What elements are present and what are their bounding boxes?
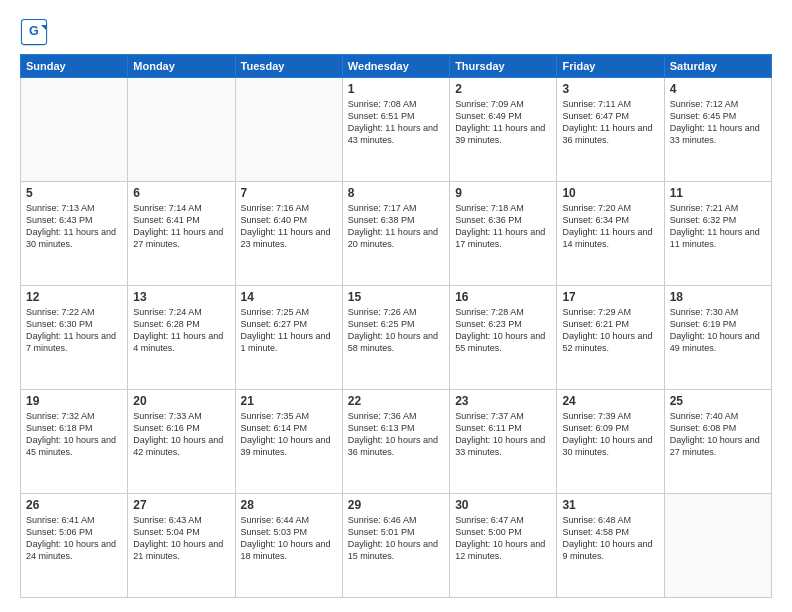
cell-info-line: Daylight: 10 hours and 58 minutes. [348, 330, 444, 354]
cell-info-line: Sunset: 6:47 PM [562, 110, 658, 122]
calendar-cell: 3Sunrise: 7:11 AMSunset: 6:47 PMDaylight… [557, 78, 664, 182]
calendar-cell: 27Sunrise: 6:43 AMSunset: 5:04 PMDayligh… [128, 494, 235, 598]
calendar-cell: 14Sunrise: 7:25 AMSunset: 6:27 PMDayligh… [235, 286, 342, 390]
cell-info-line: Sunrise: 7:24 AM [133, 306, 229, 318]
cell-info-line: Sunset: 6:19 PM [670, 318, 766, 330]
day-number: 11 [670, 186, 766, 200]
cell-info-line: Sunrise: 7:16 AM [241, 202, 337, 214]
calendar-cell: 8Sunrise: 7:17 AMSunset: 6:38 PMDaylight… [342, 182, 449, 286]
calendar-cell: 13Sunrise: 7:24 AMSunset: 6:28 PMDayligh… [128, 286, 235, 390]
day-number: 9 [455, 186, 551, 200]
cell-info-line: Sunrise: 7:40 AM [670, 410, 766, 422]
day-number: 12 [26, 290, 122, 304]
cell-info-line: Sunrise: 7:08 AM [348, 98, 444, 110]
day-number: 31 [562, 498, 658, 512]
weekday-header-row: SundayMondayTuesdayWednesdayThursdayFrid… [21, 55, 772, 78]
day-number: 7 [241, 186, 337, 200]
day-number: 23 [455, 394, 551, 408]
cell-info-line: Daylight: 10 hours and 24 minutes. [26, 538, 122, 562]
calendar-week-row: 12Sunrise: 7:22 AMSunset: 6:30 PMDayligh… [21, 286, 772, 390]
calendar-cell [128, 78, 235, 182]
day-number: 22 [348, 394, 444, 408]
cell-info-line: Sunset: 6:38 PM [348, 214, 444, 226]
cell-info-line: Sunrise: 7:35 AM [241, 410, 337, 422]
day-number: 21 [241, 394, 337, 408]
calendar-cell: 9Sunrise: 7:18 AMSunset: 6:36 PMDaylight… [450, 182, 557, 286]
cell-info-line: Daylight: 11 hours and 23 minutes. [241, 226, 337, 250]
cell-info-line: Sunrise: 7:09 AM [455, 98, 551, 110]
cell-info-line: Daylight: 10 hours and 15 minutes. [348, 538, 444, 562]
cell-info-line: Daylight: 11 hours and 30 minutes. [26, 226, 122, 250]
calendar-cell: 21Sunrise: 7:35 AMSunset: 6:14 PMDayligh… [235, 390, 342, 494]
cell-info-line: Sunset: 6:45 PM [670, 110, 766, 122]
cell-info-line: Sunset: 5:03 PM [241, 526, 337, 538]
cell-info-line: Sunrise: 7:13 AM [26, 202, 122, 214]
cell-info-line: Daylight: 10 hours and 9 minutes. [562, 538, 658, 562]
cell-info-line: Sunrise: 7:37 AM [455, 410, 551, 422]
calendar-cell [21, 78, 128, 182]
calendar-cell: 19Sunrise: 7:32 AMSunset: 6:18 PMDayligh… [21, 390, 128, 494]
cell-info-line: Sunset: 6:28 PM [133, 318, 229, 330]
calendar-cell: 28Sunrise: 6:44 AMSunset: 5:03 PMDayligh… [235, 494, 342, 598]
logo: G [20, 18, 52, 46]
day-number: 15 [348, 290, 444, 304]
day-number: 26 [26, 498, 122, 512]
cell-info-line: Daylight: 11 hours and 43 minutes. [348, 122, 444, 146]
cell-info-line: Sunrise: 7:14 AM [133, 202, 229, 214]
cell-info-line: Sunset: 6:23 PM [455, 318, 551, 330]
day-number: 20 [133, 394, 229, 408]
cell-info-line: Daylight: 10 hours and 39 minutes. [241, 434, 337, 458]
svg-text:G: G [29, 24, 39, 38]
calendar-cell: 30Sunrise: 6:47 AMSunset: 5:00 PMDayligh… [450, 494, 557, 598]
cell-info-line: Sunrise: 7:28 AM [455, 306, 551, 318]
calendar-cell: 6Sunrise: 7:14 AMSunset: 6:41 PMDaylight… [128, 182, 235, 286]
cell-info-line: Sunset: 6:43 PM [26, 214, 122, 226]
calendar-cell: 15Sunrise: 7:26 AMSunset: 6:25 PMDayligh… [342, 286, 449, 390]
day-number: 1 [348, 82, 444, 96]
day-number: 25 [670, 394, 766, 408]
calendar-cell: 24Sunrise: 7:39 AMSunset: 6:09 PMDayligh… [557, 390, 664, 494]
weekday-header-saturday: Saturday [664, 55, 771, 78]
day-number: 8 [348, 186, 444, 200]
cell-info-line: Sunset: 6:11 PM [455, 422, 551, 434]
calendar-cell: 11Sunrise: 7:21 AMSunset: 6:32 PMDayligh… [664, 182, 771, 286]
cell-info-line: Daylight: 11 hours and 1 minute. [241, 330, 337, 354]
weekday-header-friday: Friday [557, 55, 664, 78]
cell-info-line: Sunset: 4:58 PM [562, 526, 658, 538]
cell-info-line: Sunset: 6:32 PM [670, 214, 766, 226]
calendar-cell: 10Sunrise: 7:20 AMSunset: 6:34 PMDayligh… [557, 182, 664, 286]
calendar-cell: 1Sunrise: 7:08 AMSunset: 6:51 PMDaylight… [342, 78, 449, 182]
cell-info-line: Sunrise: 7:29 AM [562, 306, 658, 318]
calendar-cell [664, 494, 771, 598]
cell-info-line: Daylight: 11 hours and 17 minutes. [455, 226, 551, 250]
weekday-header-wednesday: Wednesday [342, 55, 449, 78]
calendar-cell: 7Sunrise: 7:16 AMSunset: 6:40 PMDaylight… [235, 182, 342, 286]
cell-info-line: Sunset: 5:00 PM [455, 526, 551, 538]
cell-info-line: Sunset: 6:41 PM [133, 214, 229, 226]
cell-info-line: Sunrise: 7:39 AM [562, 410, 658, 422]
cell-info-line: Sunset: 6:18 PM [26, 422, 122, 434]
cell-info-line: Daylight: 10 hours and 49 minutes. [670, 330, 766, 354]
cell-info-line: Sunrise: 6:46 AM [348, 514, 444, 526]
calendar-week-row: 26Sunrise: 6:41 AMSunset: 5:06 PMDayligh… [21, 494, 772, 598]
cell-info-line: Sunset: 6:36 PM [455, 214, 551, 226]
calendar-cell: 5Sunrise: 7:13 AMSunset: 6:43 PMDaylight… [21, 182, 128, 286]
calendar-cell: 17Sunrise: 7:29 AMSunset: 6:21 PMDayligh… [557, 286, 664, 390]
day-number: 27 [133, 498, 229, 512]
day-number: 2 [455, 82, 551, 96]
cell-info-line: Daylight: 10 hours and 45 minutes. [26, 434, 122, 458]
cell-info-line: Daylight: 10 hours and 30 minutes. [562, 434, 658, 458]
cell-info-line: Sunset: 6:30 PM [26, 318, 122, 330]
cell-info-line: Sunrise: 6:44 AM [241, 514, 337, 526]
cell-info-line: Sunrise: 7:33 AM [133, 410, 229, 422]
cell-info-line: Sunrise: 7:11 AM [562, 98, 658, 110]
day-number: 29 [348, 498, 444, 512]
calendar-cell: 12Sunrise: 7:22 AMSunset: 6:30 PMDayligh… [21, 286, 128, 390]
cell-info-line: Sunrise: 6:47 AM [455, 514, 551, 526]
calendar-cell: 31Sunrise: 6:48 AMSunset: 4:58 PMDayligh… [557, 494, 664, 598]
calendar-cell: 26Sunrise: 6:41 AMSunset: 5:06 PMDayligh… [21, 494, 128, 598]
cell-info-line: Sunset: 6:09 PM [562, 422, 658, 434]
day-number: 4 [670, 82, 766, 96]
cell-info-line: Sunset: 6:25 PM [348, 318, 444, 330]
cell-info-line: Daylight: 11 hours and 39 minutes. [455, 122, 551, 146]
